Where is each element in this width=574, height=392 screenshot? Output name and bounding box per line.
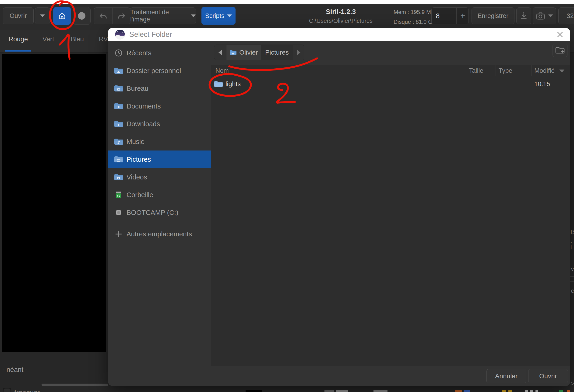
image-canvas[interactable] bbox=[2, 54, 106, 352]
breadcrumb-forward-button[interactable] bbox=[293, 45, 304, 60]
cancel-button[interactable]: Annuler bbox=[487, 369, 526, 383]
clipped-text-fragment: IS bbox=[571, 229, 574, 235]
statusbar-fragment bbox=[535, 390, 538, 392]
file-list: lights 10:15 bbox=[211, 76, 570, 366]
close-icon bbox=[556, 31, 564, 39]
column-divider[interactable] bbox=[531, 65, 532, 76]
statusbar-fragment bbox=[525, 390, 528, 392]
chevron-down-icon bbox=[548, 15, 553, 17]
tab-bleu[interactable]: Bleu bbox=[67, 36, 88, 43]
statusbar-fragment bbox=[508, 390, 512, 392]
home-folder-icon bbox=[229, 49, 236, 56]
sidebar-item-label: Downloads bbox=[126, 115, 160, 133]
column-divider[interactable] bbox=[466, 65, 466, 76]
clipped-text-fragment: v bbox=[571, 266, 574, 272]
sidebar-item-documents[interactable]: Documents bbox=[108, 97, 211, 115]
clipped-divider bbox=[570, 276, 574, 277]
undo-redo-group bbox=[94, 7, 130, 24]
scripts-menu-button[interactable]: Scripts bbox=[202, 7, 236, 25]
sidebar-item-label: Autres emplacements bbox=[126, 225, 192, 243]
file-name: lights bbox=[226, 76, 241, 92]
tab-rouge[interactable]: Rouge bbox=[5, 36, 31, 43]
sidebar-item-music[interactable]: Music bbox=[108, 133, 211, 151]
truncate-checkbox[interactable] bbox=[3, 388, 11, 392]
sidebar-item-home[interactable]: Dossier personnel bbox=[108, 62, 211, 79]
desktop-folder-icon bbox=[114, 84, 123, 93]
sidebar-item-other-locations[interactable]: Autres emplacements bbox=[108, 225, 211, 243]
download-icon bbox=[519, 11, 529, 20]
app-title: Siril-1.2.3 bbox=[296, 8, 385, 16]
breadcrumb-item-olivier[interactable]: Olivier bbox=[226, 45, 261, 60]
select-folder-dialog: Select Folder Récents bbox=[108, 28, 570, 386]
save-as-button[interactable] bbox=[516, 7, 531, 24]
save-button-label: Enregistrer bbox=[478, 12, 508, 20]
resources-block: Mem : 195.9 Mio Disque : 81.0 Gio bbox=[393, 9, 437, 25]
statusbar-fragment bbox=[464, 390, 470, 392]
sidebar-item-label: Récents bbox=[126, 44, 151, 62]
sidebar-item-desktop[interactable]: Bureau bbox=[108, 79, 211, 97]
spinner-plus-button[interactable]: + bbox=[457, 8, 469, 24]
image-processing-label: Traitement de l'image bbox=[130, 9, 188, 23]
image-processing-menu-button[interactable]: Traitement de l'image bbox=[130, 7, 196, 24]
clipped-text-fragment: , l bbox=[571, 237, 574, 251]
column-divider[interactable] bbox=[495, 65, 496, 76]
redo-button[interactable] bbox=[113, 8, 130, 24]
home-folder-icon bbox=[114, 66, 123, 75]
sidebar-item-label: BOOTCAMP (C:) bbox=[126, 204, 178, 221]
table-row-lights[interactable]: lights 10:15 bbox=[211, 76, 570, 92]
clipped-divider bbox=[570, 281, 574, 282]
downloads-folder-icon bbox=[114, 119, 123, 129]
open-button[interactable]: Ouvrir bbox=[3, 7, 34, 24]
column-header-modifie[interactable]: Modifié bbox=[534, 65, 555, 76]
dialog-content: Olivier Pictures Nom Taille bbox=[211, 41, 570, 386]
cancel-button-label: Annuler bbox=[495, 372, 518, 380]
sidebar-item-trash[interactable]: Corbeille bbox=[108, 186, 211, 204]
spinner-minus-button[interactable]: − bbox=[444, 8, 456, 24]
snapshot-button[interactable] bbox=[533, 7, 556, 24]
open-folder-button[interactable]: Ouvrir bbox=[528, 369, 568, 383]
documents-folder-icon bbox=[114, 101, 123, 111]
column-header-type[interactable]: Type bbox=[499, 65, 512, 76]
pixel-status-text: - néant - bbox=[2, 366, 28, 373]
breadcrumb: Olivier Pictures bbox=[214, 45, 304, 60]
file-list-header: Nom Taille Type Modifié bbox=[211, 65, 570, 76]
thread-spinner: 8 − + bbox=[431, 7, 469, 24]
active-tab-indicator bbox=[5, 50, 31, 52]
statusbar-fragment bbox=[325, 390, 334, 392]
disk-status: Disque : 81.0 Gio bbox=[393, 19, 437, 25]
statusbar-fragment bbox=[336, 390, 348, 392]
videos-folder-icon bbox=[114, 173, 123, 182]
chevron-right-icon bbox=[297, 49, 300, 56]
statusbar-fragment bbox=[502, 390, 506, 392]
pictures-folder-icon bbox=[114, 155, 123, 164]
plus-icon: + bbox=[460, 11, 465, 21]
working-directory: C:\Users\Olivier\Pictures bbox=[296, 18, 385, 24]
undo-button[interactable] bbox=[94, 8, 112, 24]
save-button[interactable]: Enregistrer bbox=[472, 7, 514, 24]
bitdepth-button[interactable]: 32 bi bbox=[558, 7, 574, 24]
drive-icon bbox=[114, 208, 123, 217]
home-button[interactable] bbox=[53, 7, 71, 25]
sidebar-item-downloads[interactable]: Downloads bbox=[108, 115, 211, 133]
sidebar-item-bootcamp-drive[interactable]: BOOTCAMP (C:) bbox=[108, 204, 211, 221]
thread-count-value[interactable]: 8 bbox=[431, 8, 444, 24]
open-dropdown-button[interactable] bbox=[35, 7, 50, 24]
record-button[interactable] bbox=[73, 7, 91, 25]
truncate-label: tronquer bbox=[15, 389, 40, 392]
sidebar-item-videos[interactable]: Videos bbox=[108, 168, 211, 186]
open-button-label: Ouvrir bbox=[10, 12, 27, 20]
breadcrumb-back-button[interactable] bbox=[214, 45, 226, 60]
memory-status: Mem : 195.9 Mio bbox=[393, 9, 437, 15]
breadcrumb-item-pictures[interactable]: Pictures bbox=[261, 45, 293, 60]
column-header-taille[interactable]: Taille bbox=[469, 65, 483, 76]
sidebar-item-recents[interactable]: Récents bbox=[108, 44, 211, 62]
sidebar-item-pictures[interactable]: Pictures bbox=[108, 151, 211, 168]
new-folder-button[interactable] bbox=[553, 44, 568, 57]
chevron-down-icon bbox=[40, 15, 45, 17]
dialog-titlebar[interactable]: Select Folder bbox=[108, 28, 570, 41]
tab-vert[interactable]: Vert bbox=[38, 36, 59, 43]
zoom-slider[interactable] bbox=[41, 384, 108, 386]
close-button[interactable] bbox=[556, 31, 564, 39]
column-header-nom[interactable]: Nom bbox=[215, 65, 229, 76]
new-folder-icon bbox=[555, 46, 565, 55]
